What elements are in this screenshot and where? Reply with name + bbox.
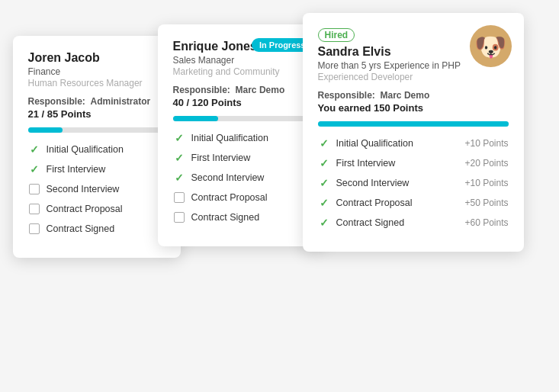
card2-dept: Marketing and Community (173, 66, 310, 77)
list-item: ✓ Contract Proposal +50 Points (318, 197, 509, 209)
list-item: ✓ Second Interview +10 Points (318, 177, 509, 189)
checklist-label: Initial Qualification (336, 138, 413, 149)
list-item: Second Interview (28, 183, 165, 195)
points-earned: +10 Points (464, 178, 508, 188)
checklist-label: Second Interview (47, 184, 120, 194)
check-done-icon: ✓ (173, 152, 185, 164)
card1-name: Joren Jacob (28, 51, 165, 65)
checklist-label: Second Interview (336, 178, 410, 188)
check-done-icon: ✓ (318, 137, 330, 149)
list-item: ✓ Initial Qualification (28, 143, 165, 156)
card1-responsible-label: Responsible: (28, 96, 85, 107)
card3-responsible-name: Marc Demo (381, 90, 430, 101)
list-item: ✓ First Interview +20 Points (318, 157, 509, 169)
card-enrique: In Progress Enrique Jones Sales Manager … (158, 24, 326, 246)
checklist-label: Contract Signed (47, 223, 115, 234)
check-done-icon: ✓ (28, 143, 40, 156)
avatar: 🐶 (470, 25, 512, 67)
points-earned: +10 Points (464, 138, 508, 149)
card3-responsible: Responsible: Marc Demo (318, 90, 509, 101)
checklist-label: Initial Qualification (47, 144, 124, 155)
card1-progress-bg (28, 127, 165, 133)
points-earned: +20 Points (464, 158, 508, 169)
list-item: Contract Signed (28, 223, 165, 235)
cards-container: Joren Jacob Finance Human Resources Mana… (13, 13, 547, 379)
checklist-label: First Interview (191, 153, 251, 163)
card-joren: Joren Jacob Finance Human Resources Mana… (13, 36, 181, 258)
points-earned: +60 Points (464, 217, 508, 228)
list-item: ✓ Contract Signed +60 Points (318, 217, 509, 229)
check-done-icon: ✓ (318, 217, 330, 229)
item-left: ✓ Second Interview (318, 177, 410, 189)
checklist-label: Contract Signed (336, 217, 405, 228)
check-done-icon: ✓ (318, 177, 330, 189)
check-done-icon: ✓ (318, 197, 330, 209)
card1-dept: Human Resources Manager (28, 78, 165, 88)
checklist-label: Contract Signed (191, 212, 260, 223)
check-empty-icon (28, 223, 40, 235)
card3-subdept: Experienced Developer (318, 72, 509, 82)
checklist-label: Contract Proposal (47, 204, 123, 214)
checklist-label: Initial Qualification (191, 133, 268, 143)
checklist-label: Contract Proposal (336, 198, 413, 208)
list-item: ✓ Initial Qualification +10 Points (318, 137, 509, 149)
list-item: ✓ First Interview (28, 163, 165, 175)
card1-checklist: ✓ Initial Qualification ✓ First Intervie… (28, 143, 165, 235)
card3-progress-fill (318, 121, 509, 127)
list-item: ✓ First Interview (173, 152, 310, 164)
check-done-icon: ✓ (318, 157, 330, 169)
check-done-icon: ✓ (28, 163, 40, 175)
check-empty-icon (173, 191, 185, 204)
list-item: Contract Proposal (28, 203, 165, 215)
check-empty-icon (28, 203, 40, 215)
points-earned: +50 Points (464, 198, 508, 208)
card2-responsible-label: Responsible: (173, 85, 230, 95)
card1-responsible-name: Administrator (91, 96, 151, 107)
card2-points: 40 / 120 Points (173, 97, 310, 108)
card3-progress-bg (318, 121, 509, 127)
card2-progress-fill (173, 116, 218, 121)
checklist-label: Contract Proposal (191, 192, 268, 203)
item-left: ✓ First Interview (318, 157, 396, 169)
list-item: ✓ Second Interview (173, 172, 310, 184)
card3-checklist: ✓ Initial Qualification +10 Points ✓ Fir… (318, 137, 509, 229)
checklist-label: First Interview (47, 164, 106, 175)
card1-responsible: Responsible: Administrator (28, 96, 165, 107)
card-sandra: 🐶 Hired Sandra Elvis More than 5 yrs Exp… (303, 13, 524, 252)
card3-earned: You earned 150 Points (318, 102, 509, 114)
list-item: ✓ Initial Qualification (173, 132, 310, 144)
check-done-icon: ✓ (173, 172, 185, 184)
check-empty-icon (28, 183, 40, 195)
card2-progress-bg (173, 116, 310, 121)
item-left: ✓ Contract Proposal (318, 197, 413, 209)
card1-title: Finance (28, 66, 165, 77)
card1-points: 21 / 85 Points (28, 108, 165, 120)
checklist-label: Second Interview (191, 172, 265, 183)
card2-checklist: ✓ Initial Qualification ✓ First Intervie… (173, 132, 310, 223)
check-done-icon: ✓ (173, 132, 185, 144)
item-left: ✓ Initial Qualification (318, 137, 413, 149)
item-left: ✓ Contract Signed (318, 217, 405, 229)
card2-responsible-name: Marc Demo (236, 85, 285, 95)
list-item: Contract Proposal (173, 191, 310, 204)
list-item: Contract Signed (173, 211, 310, 223)
hired-badge: Hired (318, 28, 355, 42)
card1-progress-fill (28, 127, 63, 133)
avatar-icon: 🐶 (474, 31, 506, 62)
check-empty-icon (173, 211, 185, 223)
card2-title: Sales Manager (173, 55, 310, 66)
card2-responsible: Responsible: Marc Demo (173, 85, 310, 95)
card3-responsible-label: Responsible: (318, 90, 375, 101)
checklist-label: First Interview (336, 158, 396, 169)
